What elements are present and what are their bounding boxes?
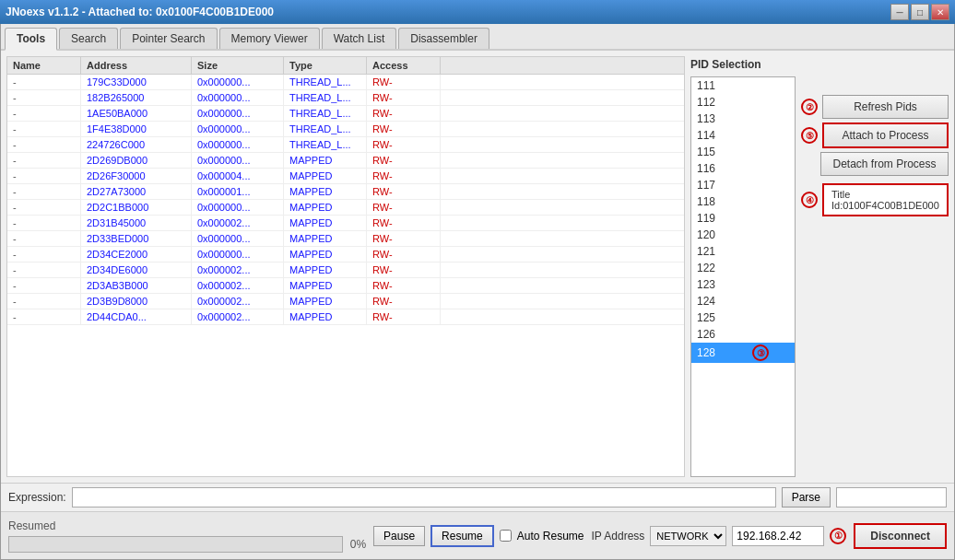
ip-address-label: IP Address (591, 530, 644, 542)
pid-item[interactable]: 124 (691, 293, 795, 309)
refresh-badge: ② (801, 99, 818, 115)
table-row[interactable]: - 2D34DE6000 0x000002... MAPPED RW- (7, 262, 684, 278)
pid-item[interactable]: 116 (691, 160, 795, 177)
table-row[interactable]: - 1F4E38D000 0x000000... THREAD_L... RW- (7, 122, 684, 137)
close-button[interactable]: ✕ (931, 4, 949, 20)
expression-bar: Expression: Parse (1, 483, 954, 511)
table-row[interactable]: - 2D2C1BB000 0x000000... MAPPED RW- (7, 200, 684, 216)
disconnect-badge: ① (830, 528, 846, 544)
window-title: JNoexs v1.1.2 - Attached to: 0x0100F4C00… (6, 6, 274, 18)
disconnect-button[interactable]: Disconnect (854, 523, 947, 549)
expression-input[interactable] (72, 487, 776, 508)
pid-section-label: PID Selection (690, 56, 949, 73)
status-text: Resumed (8, 519, 366, 532)
table-row[interactable]: - 2D33BED000 0x000000... MAPPED RW- (7, 231, 684, 247)
pid-item[interactable]: 111 (691, 77, 795, 94)
col-access: Access (367, 57, 441, 74)
table-row[interactable]: - 2D34CE2000 0x000000... MAPPED RW- (7, 247, 684, 262)
titleid-badge: ④ (801, 192, 818, 208)
status-right: IP Address NETWORK ① Disconnect (591, 523, 947, 549)
tab-tools[interactable]: Tools (5, 28, 57, 51)
pid-item[interactable]: 125 (691, 309, 795, 326)
pid-item[interactable]: 117 (691, 177, 795, 193)
tab-pointer-search[interactable]: Pointer Search (120, 28, 217, 49)
progress-row: 0% (8, 536, 366, 553)
parse-button[interactable]: Parse (782, 487, 831, 508)
pid-item[interactable]: 123 (691, 276, 795, 293)
table-body: - 179C33D000 0x000000... THREAD_L... RW-… (7, 75, 684, 476)
table-row[interactable]: - 1AE50BA000 0x000000... THREAD_L... RW- (7, 106, 684, 122)
right-panel: PID Selection 11111211311411511611711811… (690, 56, 949, 477)
tab-memory-viewer[interactable]: Memory Viewer (219, 28, 320, 49)
table-row[interactable]: - 2D3AB3B000 0x000002... MAPPED RW- (7, 278, 684, 294)
ip-address-input[interactable] (732, 526, 824, 546)
pid-item[interactable]: 114 (691, 127, 795, 144)
pid-list-container: 1111121131141151161171181191201211221231… (690, 76, 796, 477)
right-layout: 1111121131141151161171181191201211221231… (690, 76, 949, 477)
tab-search[interactable]: Search (59, 28, 118, 49)
table-row[interactable]: - 224726C000 0x000000... THREAD_L... RW- (7, 137, 684, 153)
col-name: Name (7, 57, 81, 74)
tab-bar: Tools Search Pointer Search Memory Viewe… (1, 24, 954, 51)
network-select[interactable]: NETWORK (650, 526, 726, 546)
pid-item[interactable]: 115 (691, 144, 795, 160)
expression-result (836, 487, 947, 508)
pid-with-list: 1111121131141151161171181191201211221231… (690, 76, 796, 477)
table-row[interactable]: - 2D269DB000 0x000000... MAPPED RW- (7, 153, 684, 169)
pid-item[interactable]: 122 (691, 260, 795, 276)
expression-label: Expression: (8, 491, 66, 504)
minimize-button[interactable]: ─ (890, 4, 909, 20)
pid-list[interactable]: 1111121131141151161171181191201211221231… (691, 77, 795, 476)
main-container: Tools Search Pointer Search Memory Viewe… (0, 24, 955, 560)
progress-bar (8, 536, 343, 553)
col-address: Address (81, 57, 192, 74)
content-area: Name Address Size Type Access - 179C33D0… (1, 51, 954, 483)
pid-selected-badge: ③ (752, 344, 769, 361)
memory-table-panel: Name Address Size Type Access - 179C33D0… (6, 56, 685, 477)
pid-item[interactable]: 120 (691, 227, 795, 243)
status-bar: Resumed 0% Pause Resume Auto Resume IP A… (1, 511, 954, 559)
table-row[interactable]: - 2D26F30000 0x000004... MAPPED RW- (7, 169, 684, 184)
status-left: Resumed 0% (8, 519, 366, 553)
tab-watch-list[interactable]: Watch List (322, 28, 397, 49)
pid-item[interactable]: 128③ (691, 343, 795, 363)
col-type: Type (284, 57, 367, 74)
button-column: ② Refresh Pids ⑤ Attach to Process Detac… (801, 76, 949, 477)
pid-item[interactable]: 118 (691, 193, 795, 210)
table-row[interactable]: - 179C33D000 0x000000... THREAD_L... RW- (7, 75, 684, 90)
refresh-pids-button[interactable]: Refresh Pids (822, 95, 949, 119)
auto-resume-checkbox[interactable] (500, 530, 512, 542)
table-row[interactable]: - 2D3B9D8000 0x000002... MAPPED RW- (7, 294, 684, 309)
progress-percent: 0% (350, 538, 366, 551)
table-header: Name Address Size Type Access (7, 57, 684, 75)
table-row[interactable]: - 2D27A73000 0x000001... MAPPED RW- (7, 184, 684, 200)
auto-resume-label: Auto Resume (517, 530, 584, 542)
pid-item[interactable]: 126 (691, 326, 795, 343)
control-buttons: Pause Resume Auto Resume (373, 525, 584, 547)
pid-item[interactable]: 112 (691, 94, 795, 111)
attach-badge: ⑤ (801, 127, 818, 144)
table-row[interactable]: - 182B265000 0x000000... THREAD_L... RW- (7, 90, 684, 106)
table-row[interactable]: - 2D44CDA0... 0x000002... MAPPED RW- (7, 309, 684, 325)
pid-item[interactable]: 119 (691, 210, 795, 227)
tab-disassembler[interactable]: Disassembler (398, 28, 489, 49)
maximize-button[interactable]: □ (911, 4, 929, 20)
title-id-box: Title Id:0100F4C00B1DE000 (822, 183, 949, 216)
resume-button[interactable]: Resume (430, 525, 494, 547)
col-size: Size (192, 57, 284, 74)
detach-from-process-button[interactable]: Detach from Process (820, 152, 949, 176)
title-bar: JNoexs v1.1.2 - Attached to: 0x0100F4C00… (0, 0, 955, 24)
pid-item[interactable]: 121 (691, 243, 795, 260)
pause-button[interactable]: Pause (373, 526, 425, 546)
pid-item[interactable]: 113 (691, 111, 795, 127)
attach-to-process-button[interactable]: Attach to Process (822, 122, 949, 148)
table-row[interactable]: - 2D31B45000 0x000002... MAPPED RW- (7, 216, 684, 231)
